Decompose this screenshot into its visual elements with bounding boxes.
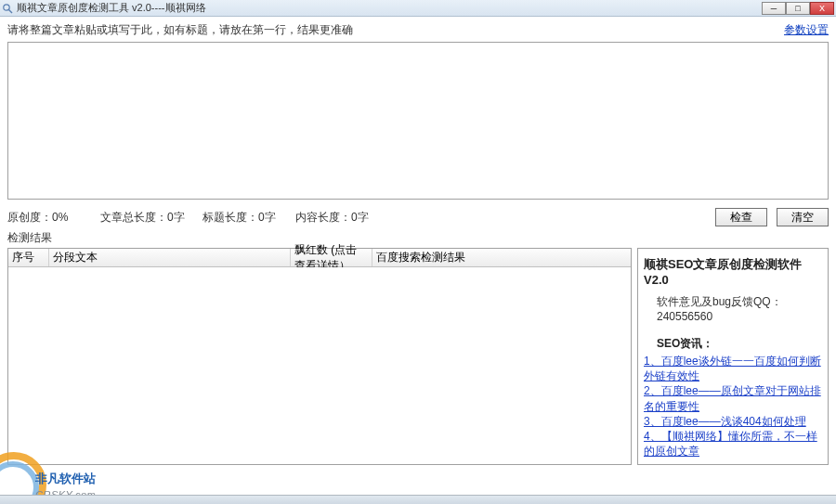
col-baidu-result[interactable]: 百度搜索检测结果 — [372, 249, 631, 266]
param-settings-link[interactable]: 参数设置 — [784, 22, 829, 38]
seo-news-heading: SEO资讯： — [644, 336, 822, 352]
svg-point-0 — [4, 4, 9, 9]
table-body — [8, 267, 631, 464]
side-panel: 顺祺SEO文章原创度检测软件V2.0 软件意见及bug反馈QQ：24055656… — [637, 248, 829, 465]
article-input[interactable] — [7, 42, 829, 200]
stats-row: 原创度：0% 文章总长度：0字 标题长度：0字 内容长度：0字 检查 清空 — [7, 208, 829, 226]
seo-links-list: 1、百度lee谈外链一一百度如何判断外链有效性 2、百度lee——原创文章对于网… — [644, 354, 822, 459]
col-segment[interactable]: 分段文本 — [49, 249, 291, 266]
results-label: 检测结果 — [7, 230, 829, 246]
seo-link-4[interactable]: 4、【顺祺网络】懂你所需，不一样的原创文章 — [644, 429, 822, 459]
seo-link-1[interactable]: 1、百度lee谈外链一一百度如何判断外链有效性 — [644, 354, 822, 383]
maximize-button[interactable]: □ — [786, 2, 810, 15]
seo-link-3[interactable]: 3、百度lee——浅谈404如何处理 — [644, 414, 822, 429]
input-prompt-label: 请将整篇文章粘贴或填写于此，如有标题，请放在第一行，结果更准确 — [7, 22, 353, 38]
table-header: 序号 分段文本 飘红数 (点击查看详情） 百度搜索检测结果 — [8, 249, 631, 267]
close-button[interactable]: X — [810, 2, 834, 15]
clear-button[interactable]: 清空 — [777, 208, 829, 226]
content-area: 请将整篇文章粘贴或填写于此，如有标题，请放在第一行，结果更准确 参数设置 原创度… — [0, 17, 836, 465]
results-table: 序号 分段文本 飘红数 (点击查看详情） 百度搜索检测结果 — [7, 248, 632, 465]
side-feedback: 软件意见及bug反馈QQ：240556560 — [644, 294, 822, 323]
stat-total-length: 文章总长度：0字 — [100, 210, 202, 226]
results-area: 序号 分段文本 飘红数 (点击查看详情） 百度搜索检测结果 顺祺SEO文章原创度… — [7, 248, 829, 465]
seo-link-2[interactable]: 2、百度lee——原创文章对于网站排名的重要性 — [644, 383, 822, 413]
top-row: 请将整篇文章粘贴或填写于此，如有标题，请放在第一行，结果更准确 参数设置 — [7, 22, 829, 38]
window-title: 顺祺文章原创度检测工具 v2.0----顺祺网络 — [17, 1, 762, 15]
window-controls: ─ □ X — [762, 2, 834, 15]
app-icon — [2, 3, 13, 14]
watermark-text-cn: 非凡软件站 — [35, 471, 96, 487]
stat-body-length: 内容长度：0字 — [295, 210, 706, 226]
minimize-button[interactable]: ─ — [762, 2, 786, 15]
editor-wrap — [7, 42, 829, 202]
svg-line-1 — [9, 9, 13, 13]
col-index[interactable]: 序号 — [8, 249, 49, 266]
taskbar — [0, 495, 836, 504]
col-highlight-count[interactable]: 飘红数 (点击查看详情） — [291, 249, 372, 266]
check-button[interactable]: 检查 — [715, 208, 767, 226]
stat-originality: 原创度：0% — [7, 210, 100, 226]
side-title: 顺祺SEO文章原创度检测软件V2.0 — [644, 256, 822, 287]
stat-title-length: 标题长度：0字 — [202, 210, 295, 226]
titlebar: 顺祺文章原创度检测工具 v2.0----顺祺网络 ─ □ X — [0, 0, 836, 17]
